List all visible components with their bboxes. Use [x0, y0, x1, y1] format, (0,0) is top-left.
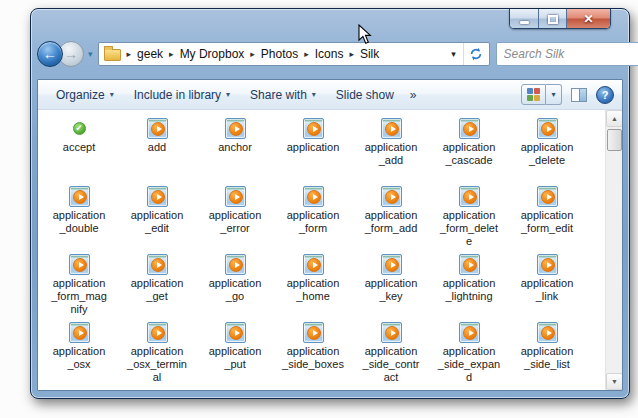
breadcrumb-item-geek[interactable]: geek [135, 46, 165, 62]
breadcrumb-item-photos[interactable]: Photos [259, 46, 300, 62]
accept-check-icon: ✓ [73, 122, 86, 135]
refresh-button[interactable] [463, 43, 489, 65]
file-item[interactable] [196, 388, 274, 390]
explorer-client-area: Organize▾Include in library▾Share with▾S… [37, 79, 623, 391]
breadcrumb-item-icons[interactable]: Icons [313, 46, 346, 62]
file-item[interactable]: application _go [196, 252, 274, 320]
file-item[interactable]: application _osx_termin al [118, 320, 196, 388]
file-item[interactable]: ✓accept [40, 116, 118, 184]
media-file-icon [381, 322, 402, 343]
media-file-icon [69, 390, 90, 391]
search-input[interactable] [497, 47, 638, 61]
play-icon [313, 262, 318, 268]
file-item[interactable]: application _form_mag nify [40, 252, 118, 320]
close-icon: ✕ [583, 12, 593, 26]
file-label: application _form_add [365, 209, 418, 235]
media-file-icon [303, 390, 324, 391]
play-icon [391, 194, 396, 200]
file-label: application [287, 141, 340, 154]
file-icon-slot [147, 184, 168, 208]
file-label: accept [63, 141, 95, 154]
scroll-down-button[interactable]: ▼ [606, 373, 622, 390]
preview-pane-button[interactable] [569, 86, 589, 104]
file-item[interactable] [118, 388, 196, 390]
toolbar-button-organize[interactable]: Organize▾ [46, 84, 124, 106]
toolbar-button-share-with[interactable]: Share with▾ [240, 84, 326, 106]
file-item[interactable]: application _side_list [508, 320, 586, 388]
file-item[interactable]: application _form [274, 184, 352, 252]
media-file-icon [537, 118, 558, 139]
desktop-background: ✕ ← → ▾ ▸geek▸My Dropbox▸Photos▸Icons▸Si… [0, 0, 638, 418]
file-item[interactable]: application _link [508, 252, 586, 320]
file-icon-slot [303, 116, 324, 140]
scrollbar-thumb[interactable] [607, 129, 622, 151]
change-view-dropdown[interactable]: ▾ [546, 84, 562, 105]
file-item[interactable]: application _get [118, 252, 196, 320]
recent-pages-dropdown[interactable]: ▾ [84, 49, 98, 59]
breadcrumb-item-silk[interactable]: Silk [358, 46, 381, 62]
play-icon [547, 262, 552, 268]
file-label: anchor [218, 141, 252, 154]
breadcrumb-separator-icon: ▸ [165, 49, 178, 59]
file-item[interactable] [352, 388, 430, 390]
address-dropdown[interactable]: ▾ [445, 49, 463, 59]
file-item[interactable] [508, 388, 586, 390]
scroll-up-button[interactable]: ▲ [606, 110, 622, 127]
file-item[interactable]: application _error [196, 184, 274, 252]
help-button[interactable]: ? [596, 86, 614, 104]
back-button[interactable]: ← [37, 41, 63, 67]
file-item[interactable]: application _form_edit [508, 184, 586, 252]
file-item[interactable]: application _double [40, 184, 118, 252]
file-icon-slot [303, 388, 324, 390]
file-item[interactable]: application _put [196, 320, 274, 388]
file-item[interactable]: anchor [196, 116, 274, 184]
media-file-icon [381, 254, 402, 275]
file-icon-slot [303, 184, 324, 208]
breadcrumb: ▸geek▸My Dropbox▸Photos▸Icons▸Silk [123, 46, 445, 62]
file-item[interactable]: application _lightning [430, 252, 508, 320]
file-item[interactable]: add [118, 116, 196, 184]
file-item[interactable] [430, 388, 508, 390]
file-item[interactable]: application _delete [508, 116, 586, 184]
file-item[interactable]: application _osx [40, 320, 118, 388]
file-item[interactable]: application _form_delet e [430, 184, 508, 252]
toolbar-button-slide-show[interactable]: Slide show [326, 84, 404, 106]
toolbar-button-label: Slide show [336, 88, 394, 102]
play-icon [157, 330, 162, 336]
play-icon [391, 126, 396, 132]
file-list-view[interactable]: ✓acceptaddanchorapplicationapplication _… [38, 110, 622, 390]
file-item[interactable]: application _side_boxes [274, 320, 352, 388]
file-item[interactable]: application _form_add [352, 184, 430, 252]
minimize-button[interactable] [510, 9, 539, 29]
file-item[interactable]: application _cascade [430, 116, 508, 184]
address-bar[interactable]: ▸geek▸My Dropbox▸Photos▸Icons▸Silk ▾ [98, 42, 490, 66]
file-item[interactable]: application _side_expan d [430, 320, 508, 388]
media-file-icon [537, 186, 558, 207]
file-item[interactable]: application [274, 116, 352, 184]
close-button[interactable]: ✕ [567, 9, 610, 29]
breadcrumb-item-my-dropbox[interactable]: My Dropbox [178, 46, 247, 62]
play-icon [157, 194, 162, 200]
file-item[interactable]: application _add [352, 116, 430, 184]
change-view-button[interactable] [521, 84, 546, 105]
file-item[interactable]: application _key [352, 252, 430, 320]
toolbar-overflow-chevron[interactable]: » [404, 88, 423, 102]
search-box[interactable] [496, 42, 638, 66]
file-item[interactable]: application _side_contr act [352, 320, 430, 388]
play-icon [391, 330, 396, 336]
file-label: application _lightning [443, 277, 496, 303]
maximize-button[interactable] [539, 9, 567, 29]
media-file-icon [69, 322, 90, 343]
media-file-icon [459, 322, 480, 343]
toolbar-button-include-in-library[interactable]: Include in library▾ [124, 84, 240, 106]
file-item[interactable]: application _home [274, 252, 352, 320]
views-icon [527, 88, 540, 101]
file-icon-slot [537, 116, 558, 140]
file-item[interactable] [274, 388, 352, 390]
media-file-icon [225, 186, 246, 207]
media-file-icon [147, 186, 168, 207]
file-label: application _add [365, 141, 418, 167]
vertical-scrollbar[interactable]: ▲ ▼ [605, 110, 622, 390]
file-item[interactable] [40, 388, 118, 390]
file-item[interactable]: application _edit [118, 184, 196, 252]
